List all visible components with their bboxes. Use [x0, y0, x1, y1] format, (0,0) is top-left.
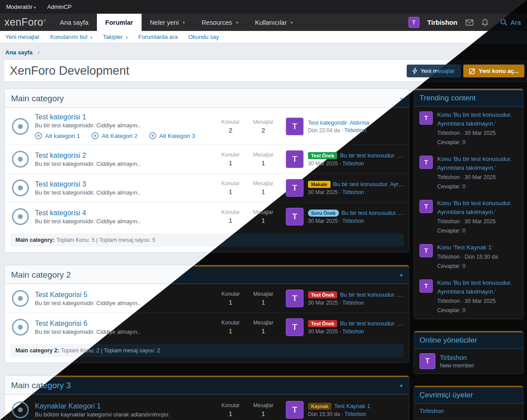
prefix-badge[interactable]: Test Önek	[308, 291, 337, 298]
forum-title-link[interactable]: Test kategorisi 3	[35, 180, 86, 188]
topics-count: 1	[214, 188, 247, 195]
trending-thread-link[interactable]: Konu 'Test Kaynak 1'	[437, 243, 498, 252]
trending-item: T Konu 'Bu bir test konusudur. Ayrıntıla…	[414, 275, 523, 319]
staff-user-link[interactable]: Tirbishon	[440, 354, 474, 361]
subnav-watched[interactable]: Takipler ▾	[103, 34, 128, 40]
member-link[interactable]: Tirbishon	[419, 408, 444, 414]
alerts-bell-icon[interactable]	[481, 19, 489, 27]
subnav-mark-read[interactable]: Okundu say	[188, 34, 219, 40]
forum-status-icon	[12, 290, 29, 307]
forum-title-link[interactable]: Test Kategorisi 6	[35, 320, 87, 328]
xenforo-logo[interactable]: xenForo®	[0, 16, 51, 28]
tab-whats-new[interactable]: Neler yeni▾	[142, 14, 193, 31]
latest-user-link[interactable]: Tirbishon	[342, 160, 364, 167]
subnav-find-threads[interactable]: Konularımı bul ▾	[50, 34, 92, 40]
forum-title-link[interactable]: Kaynaklar Kategori 1	[35, 402, 101, 410]
subnav-search-forums[interactable]: Forumlarda ara	[138, 34, 178, 40]
avatar[interactable]: T	[286, 208, 304, 225]
latest-user-link[interactable]: Tirbishon	[342, 300, 364, 306]
forum-title-link[interactable]: Test kategorisi 1	[35, 113, 86, 121]
staff-item: T Tirbishon New member	[414, 349, 523, 374]
topics-count: 1	[214, 410, 247, 417]
page-title: XenForo Development	[10, 64, 407, 78]
latest-user-link[interactable]: Tirbishon	[342, 218, 364, 224]
online-member-row: Tirbishon	[414, 404, 523, 419]
avatar[interactable]: T	[419, 353, 435, 369]
avatar[interactable]: T	[419, 111, 433, 125]
trending-thread-link[interactable]: Konu 'Bu bir test konusudur. Ayrıntılara…	[437, 279, 518, 296]
moderator-menu[interactable]: Moderatör▾	[6, 4, 36, 10]
subforum-link[interactable]: Alt kategori 1	[35, 132, 80, 139]
trending-thread-link[interactable]: Konu 'Bu bir test konusudur. Ayrıntılara…	[437, 111, 518, 128]
prefix-badge[interactable]: Kaynak	[308, 403, 331, 410]
collapse-toggle-icon[interactable]: ▾	[400, 272, 403, 279]
account-menu[interactable]: Tirbishon	[427, 19, 458, 26]
topics-count: 2	[214, 126, 247, 134]
screenshot-stage: Moderatör▾ AdminCP xenForo® Ana sayfa Fo…	[0, 0, 527, 420]
avatar[interactable]: T	[419, 156, 433, 169]
topics-count: 1	[214, 217, 247, 224]
tab-users[interactable]: Kullanıcılar▾	[246, 14, 301, 31]
latest-user-link[interactable]: Tirbishon	[342, 189, 364, 195]
messages-label: Mesajlar	[247, 402, 280, 409]
widget-header: Online yöneticiler	[414, 331, 523, 349]
forum-description: Bu bir test kategorisidir. Ciddiye almay…	[35, 160, 214, 167]
topics-label: Konular	[214, 119, 247, 125]
latest-thread-link[interactable]: Bu bir test konusudur. Ayrın...	[333, 181, 404, 187]
breadcrumb: Ana sayfa ›	[0, 43, 527, 60]
forum-status-icon	[12, 118, 29, 135]
trending-replies: Cevaplar: 0	[437, 227, 518, 235]
sidebar: Trending content T Konu 'Bu bir test kon…	[414, 88, 523, 420]
tab-resources[interactable]: Resources▾	[193, 14, 246, 31]
avatar[interactable]: T	[286, 290, 304, 307]
trending-thread-link[interactable]: Konu 'Bu bir test konusudur. Ayrıntılara…	[437, 155, 518, 172]
prefix-badge[interactable]: Soru Önek	[308, 210, 339, 217]
staff-user-role: New member	[440, 362, 474, 369]
forum-title-link[interactable]: Test Kategorisi 5	[35, 291, 87, 299]
latest-thread-link[interactable]: Test kategoridir. Aldırma	[308, 119, 369, 126]
latest-thread-link[interactable]: Bu bir test konusudur. Ay...	[340, 152, 404, 159]
new-thread-button[interactable]: Yeni konu aç...	[463, 65, 524, 77]
chevron-down-icon: ▾	[236, 20, 238, 25]
forum-status-icon	[12, 319, 29, 336]
avatar[interactable]: T	[286, 401, 304, 419]
latest-thread-link[interactable]: Bu bir test konusudur. Ay...	[340, 291, 404, 298]
messages-label: Mesajlar	[247, 152, 280, 158]
subforum-link[interactable]: Alt Kategori 2	[92, 132, 138, 139]
topics-count: 1	[214, 159, 247, 167]
tab-forums[interactable]: Forumlar	[97, 14, 142, 31]
admincp-link[interactable]: AdminCP	[47, 4, 72, 10]
subforum-status-icon	[92, 132, 99, 139]
topics-label: Konular	[214, 180, 247, 187]
forum-title-link[interactable]: Test kategorisi 4	[35, 209, 86, 217]
latest-thread-link[interactable]: Test Kaynak 1	[334, 403, 370, 409]
avatar[interactable]: T	[419, 244, 433, 257]
prefix-badge[interactable]: Makale	[308, 181, 331, 188]
avatar[interactable]: T	[419, 279, 433, 293]
avatar[interactable]: T	[408, 17, 419, 28]
avatar[interactable]: T	[286, 318, 304, 336]
avatar[interactable]: T	[419, 200, 433, 213]
chevron-down-icon: ▾	[34, 5, 36, 10]
latest-user-link[interactable]: Tirbishon	[345, 411, 366, 417]
latest-post: T Test Önek Bu bir test konusudur. Ay...…	[286, 318, 404, 336]
chevron-down-icon: ▾	[183, 20, 185, 25]
conversations-icon[interactable]	[465, 19, 473, 26]
latest-thread-link[interactable]: Bu bir test konusudur. Ay...	[342, 210, 404, 216]
subforum-link[interactable]: Alt Kategori 3	[149, 132, 195, 139]
collapse-toggle-icon[interactable]: ▾	[400, 382, 403, 389]
messages-label: Mesajlar	[247, 119, 280, 125]
moderator-bar: Moderatör▾ AdminCP	[0, 0, 527, 14]
avatar[interactable]: T	[286, 118, 304, 135]
trending-thread-link[interactable]: Konu 'Bu bir test konusudur. Ayrıntılara…	[437, 199, 518, 217]
latest-user-link[interactable]: Tirbishon	[342, 328, 364, 335]
breadcrumb-home[interactable]: Ana sayfa	[5, 49, 32, 56]
subnav-new-posts[interactable]: Yeni mesajlar	[5, 34, 40, 40]
avatar[interactable]: T	[286, 150, 304, 168]
tab-home[interactable]: Ana sayfa	[51, 14, 97, 31]
forum-title-link[interactable]: Test kategorisi 2	[35, 152, 86, 160]
latest-thread-link[interactable]: Bu bir test konusudur. Ay...	[340, 320, 404, 327]
prefix-badge[interactable]: Test Önek	[308, 320, 337, 327]
category-header: Main category 3 ▾	[5, 376, 409, 394]
forum-status-icon	[12, 151, 29, 168]
